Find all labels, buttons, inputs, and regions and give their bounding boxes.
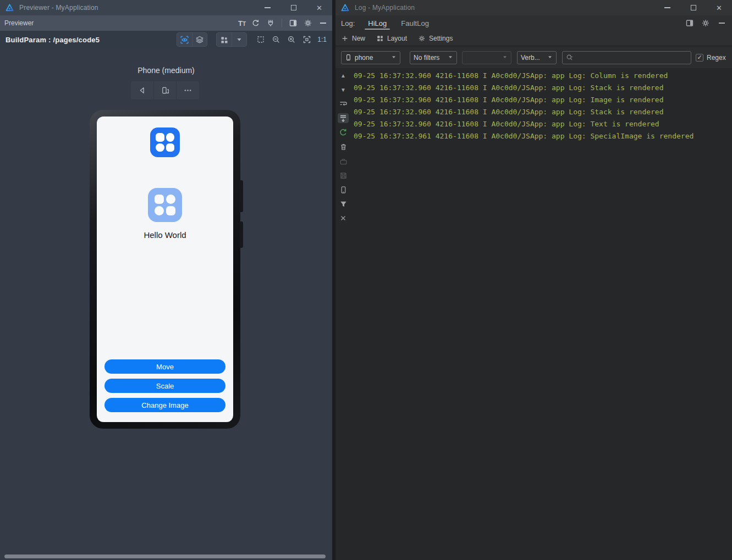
- log-line[interactable]: 09-25 16:37:32.960 4216-11608 I A0c0d0/J…: [354, 82, 730, 94]
- log-titlebar: Log - MyApplication ✕: [335, 0, 732, 15]
- zoom-out-icon[interactable]: [271, 35, 281, 45]
- soft-wrap-icon[interactable]: [338, 99, 349, 109]
- device-label: Phone (medium): [0, 66, 332, 75]
- move-button[interactable]: Move: [104, 359, 225, 374]
- process-select[interactable]: [462, 51, 511, 64]
- more-icon[interactable]: [176, 81, 199, 99]
- selection-frame-icon[interactable]: [256, 35, 266, 45]
- components-grid-icon[interactable]: [217, 33, 232, 46]
- log-tabs-bar: Log: HiLog FaultLog: [335, 15, 732, 31]
- change-image-button[interactable]: Change Image: [104, 398, 225, 412]
- text-size-icon[interactable]: TT: [238, 19, 246, 27]
- components-group: [216, 32, 247, 47]
- eye-icon[interactable]: [177, 33, 192, 46]
- scroll-to-end-icon[interactable]: [338, 113, 349, 123]
- horizontal-scrollbar[interactable]: [4, 555, 326, 558]
- device-select[interactable]: phone: [341, 51, 400, 64]
- previewer-label: Previewer: [4, 19, 34, 27]
- maximize-icon[interactable]: [680, 0, 706, 15]
- minimize-icon[interactable]: [255, 0, 280, 15]
- restart-icon[interactable]: [338, 127, 349, 137]
- phone-icon: [345, 54, 352, 61]
- chevron-down-icon: [448, 54, 453, 62]
- deveco-logo-icon: [340, 3, 350, 13]
- log-line[interactable]: 09-25 16:37:32.960 4216-11608 I A0c0d0/J…: [354, 94, 730, 106]
- chevron-down-icon: [391, 54, 397, 62]
- view-mode-group: [177, 32, 207, 47]
- filter-value: No filters: [414, 54, 444, 62]
- regex-label: Regex: [707, 54, 726, 62]
- log-line[interactable]: 09-25 16:37:32.960 4216-11608 I A0c0d0/J…: [354, 70, 730, 82]
- level-value: Verb...: [521, 54, 544, 62]
- log-level-select[interactable]: Verb...: [517, 51, 557, 64]
- log-filter-bar: phone No filters Verb... ✓ Regex: [335, 47, 732, 68]
- phone-volume-button: [240, 180, 243, 212]
- device-icon[interactable]: [338, 185, 349, 195]
- previewer-window: Previewer - MyApplication ✕ Previewer TT: [0, 0, 332, 560]
- log-line[interactable]: 09-25 16:37:32.960 4216-11608 I A0c0d0/J…: [354, 106, 730, 118]
- tab-faultlog[interactable]: FaultLog: [400, 15, 430, 31]
- save-log-icon[interactable]: [338, 170, 349, 180]
- device-nav-group: [131, 81, 199, 99]
- hide-panel-icon[interactable]: [318, 18, 328, 28]
- phone-power-button: [240, 221, 243, 248]
- close-icon[interactable]: ✕: [306, 0, 332, 15]
- ratio-1-1-button[interactable]: 1:1: [317, 36, 327, 43]
- filter-icon[interactable]: [338, 199, 349, 209]
- maximize-icon[interactable]: [280, 0, 306, 15]
- search-icon: [566, 54, 574, 62]
- deveco-logo-icon: [5, 3, 14, 13]
- log-label: Log:: [341, 19, 355, 27]
- export-icon[interactable]: [338, 156, 349, 166]
- back-icon[interactable]: [131, 81, 153, 99]
- log-line[interactable]: 09-25 16:37:32.961 4216-11608 I A0c0d0/J…: [354, 130, 730, 142]
- chevron-down-icon[interactable]: [232, 33, 246, 46]
- clear-log-icon[interactable]: [338, 142, 349, 152]
- rotate-device-icon[interactable]: [153, 81, 177, 99]
- gear-icon[interactable]: [701, 18, 711, 28]
- fit-screen-icon[interactable]: [302, 35, 312, 45]
- device-value: phone: [355, 54, 388, 62]
- scale-button[interactable]: Scale: [104, 379, 225, 393]
- log-line[interactable]: 09-25 16:37:32.960 4216-11608 I A0c0d0/J…: [354, 118, 730, 130]
- log-action-bar: New Layout Settings: [335, 31, 732, 46]
- window-controls: ✕: [255, 0, 332, 15]
- layout-button[interactable]: Layout: [376, 35, 407, 42]
- window-controls: ✕: [654, 0, 732, 15]
- refresh-icon[interactable]: [251, 18, 261, 28]
- close-icon[interactable]: ✕: [706, 0, 732, 15]
- hello-world-text: Hello World: [144, 230, 186, 240]
- hide-panel-icon[interactable]: [717, 18, 727, 28]
- app-icon-light: [148, 188, 182, 222]
- panel-layout-icon[interactable]: [288, 18, 298, 28]
- search-input[interactable]: [576, 54, 687, 62]
- zoom-controls: 1:1: [256, 35, 327, 45]
- window-title: Previewer - MyApplication: [19, 4, 98, 12]
- gear-icon[interactable]: [303, 18, 313, 28]
- panel-layout-icon[interactable]: [685, 18, 695, 28]
- chevron-down-icon: [547, 54, 553, 62]
- new-label: New: [352, 35, 365, 42]
- log-tabbar-icons: [685, 18, 727, 28]
- regex-checkbox[interactable]: ✓ Regex: [696, 54, 726, 62]
- zoom-in-icon[interactable]: [287, 35, 296, 45]
- layout-label: Layout: [387, 35, 407, 42]
- log-gutter-toolbar: ▲ ▼: [335, 70, 351, 223]
- minimize-icon[interactable]: [654, 0, 680, 15]
- window-title: Log - MyApplication: [355, 4, 415, 12]
- inspector-icon[interactable]: [266, 18, 276, 28]
- log-lines: 09-25 16:37:32.960 4216-11608 I A0c0d0/J…: [354, 70, 730, 142]
- close-icon[interactable]: [338, 213, 349, 223]
- settings-button[interactable]: Settings: [418, 35, 453, 42]
- search-field[interactable]: [562, 51, 691, 64]
- new-button[interactable]: New: [341, 35, 365, 42]
- checkbox-check-icon[interactable]: ✓: [696, 54, 703, 62]
- log-window: Log - MyApplication ✕ Log: HiLog FaultLo…: [335, 0, 732, 560]
- phone-mockup: Hello World Move Scale Change Image: [90, 110, 240, 429]
- tab-hilog[interactable]: HiLog: [367, 15, 388, 31]
- layers-icon[interactable]: [192, 33, 207, 46]
- scroll-to-bottom-icon[interactable]: ▼: [338, 85, 349, 95]
- scroll-to-top-icon[interactable]: ▲: [338, 70, 349, 80]
- filter-select[interactable]: No filters: [410, 51, 457, 64]
- phone-screen: Hello World Move Scale Change Image: [97, 117, 233, 422]
